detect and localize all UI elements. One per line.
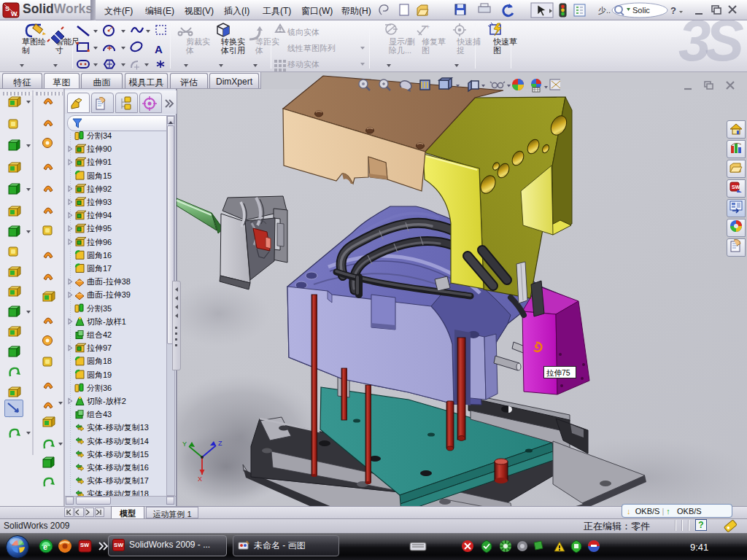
svg-text:Y: Y: [182, 440, 187, 448]
svg-text:9:41: 9:41: [690, 542, 708, 553]
svg-text:少..: 少..: [598, 6, 611, 15]
svg-text:Z: Z: [218, 440, 222, 447]
svg-text:W: W: [11, 10, 18, 18]
svg-text:Solic: Solic: [632, 6, 650, 15]
svg-text:e: e: [43, 542, 47, 551]
svg-text:SW: SW: [80, 542, 90, 548]
svg-text:S: S: [5, 5, 9, 12]
svg-text:A: A: [155, 43, 163, 55]
svg-text:SW: SW: [732, 184, 740, 190]
svg-text:+: +: [426, 23, 430, 31]
svg-text:?: ?: [670, 5, 676, 16]
svg-text:X: X: [198, 475, 202, 483]
